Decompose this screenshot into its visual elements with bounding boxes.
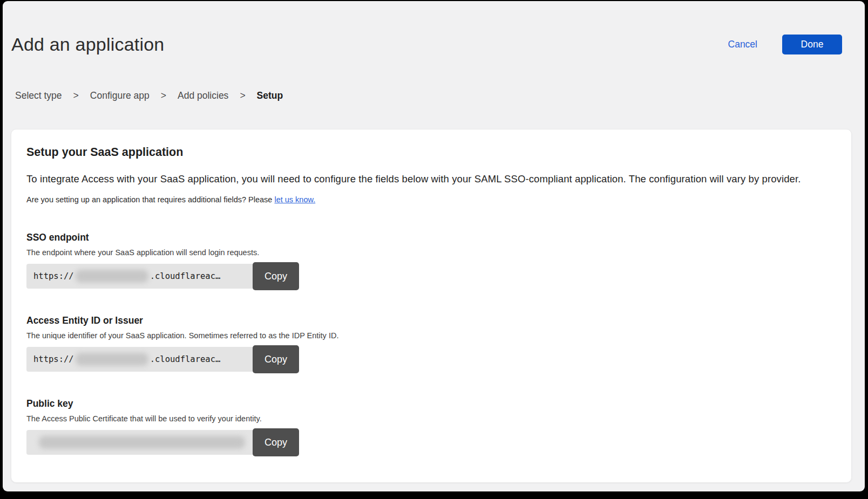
breadcrumb-separator: >: [161, 90, 166, 101]
field-description-public-key: The Access Public Certificate that will …: [26, 414, 836, 423]
field-public-key: Public key The Access Public Certificate…: [26, 398, 836, 456]
access-entity-id-value: https:// .cloudflareac…: [26, 347, 253, 372]
copy-button-access-entity-id[interactable]: Copy: [253, 345, 299, 373]
card-note: Are you setting up an application that r…: [26, 195, 836, 204]
sso-endpoint-value: https:// .cloudflareac…: [26, 264, 253, 289]
card-heading: Setup your SaaS application: [26, 146, 836, 159]
sso-endpoint-value-row: https:// .cloudflareac… Copy: [26, 262, 836, 290]
breadcrumb-step-configure-app[interactable]: Configure app: [90, 90, 150, 101]
breadcrumb: Select type > Configure app > Add polici…: [15, 90, 865, 101]
redacted-team-name-blur: [76, 270, 148, 283]
cancel-button[interactable]: Cancel: [728, 39, 757, 50]
value-suffix: .cloudflareac…: [150, 271, 221, 281]
field-sso-endpoint: SSO endpoint The endpoint where your Saa…: [26, 232, 836, 290]
field-label-sso-endpoint: SSO endpoint: [26, 232, 836, 243]
field-access-entity-id: Access Entity ID or Issuer The unique id…: [26, 315, 836, 373]
breadcrumb-step-setup[interactable]: Setup: [257, 90, 283, 101]
header-actions: Cancel Done: [728, 35, 842, 54]
card-description: To integrate Access with your SaaS appli…: [26, 173, 836, 185]
page-header: Add an application Cancel Done: [3, 1, 865, 55]
breadcrumb-separator: >: [73, 90, 79, 101]
breadcrumb-step-select-type[interactable]: Select type: [15, 90, 62, 101]
setup-card: Setup your SaaS application To integrate…: [11, 129, 852, 483]
card-note-text: Are you setting up an application that r…: [26, 195, 272, 204]
field-description-access-entity-id: The unique identifier of your SaaS appli…: [26, 331, 836, 340]
redacted-public-key-blur: [39, 436, 245, 449]
page-title: Add an application: [11, 33, 164, 55]
field-description-sso-endpoint: The endpoint where your SaaS application…: [26, 248, 836, 257]
public-key-value-row: Copy: [26, 428, 836, 456]
done-button[interactable]: Done: [782, 35, 842, 54]
copy-button-sso-endpoint[interactable]: Copy: [253, 262, 299, 290]
field-label-public-key: Public key: [26, 398, 836, 409]
field-label-access-entity-id: Access Entity ID or Issuer: [26, 315, 836, 326]
value-prefix: https://: [33, 271, 74, 281]
breadcrumb-step-add-policies[interactable]: Add policies: [178, 90, 228, 101]
copy-button-public-key[interactable]: Copy: [253, 428, 299, 456]
value-prefix: https://: [33, 354, 74, 364]
app-window: Add an application Cancel Done Select ty…: [3, 1, 865, 491]
value-suffix: .cloudflareac…: [150, 354, 221, 364]
breadcrumb-separator: >: [240, 90, 245, 101]
public-key-value: [26, 430, 253, 455]
let-us-know-link[interactable]: let us know.: [274, 195, 315, 204]
redacted-team-name-blur: [76, 353, 148, 366]
access-entity-id-value-row: https:// .cloudflareac… Copy: [26, 345, 836, 373]
